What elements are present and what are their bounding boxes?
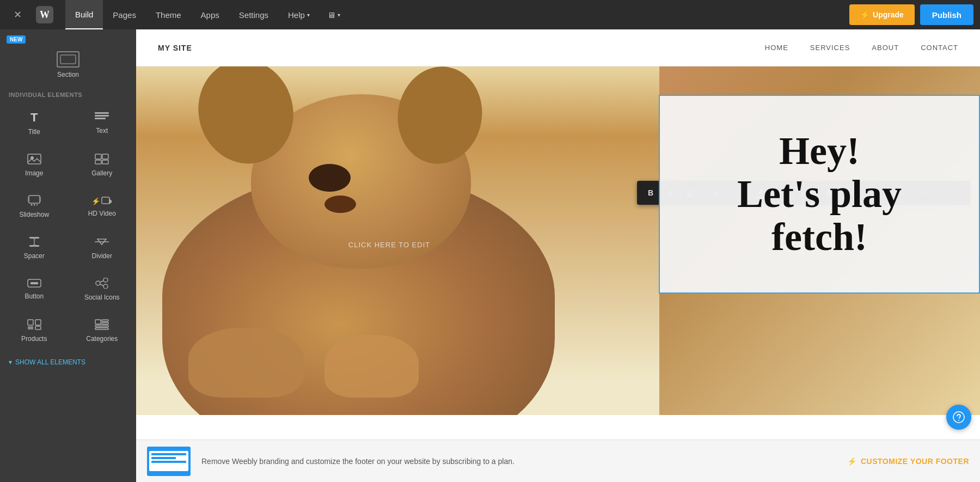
device-selector[interactable]: 🖥	[320, 0, 348, 29]
puppy-image-area	[136, 66, 659, 415]
help-fab-button[interactable]	[946, 405, 971, 430]
svg-rect-9	[102, 154, 108, 159]
svg-point-47	[958, 420, 959, 421]
footer-preview-line-1	[151, 453, 186, 455]
spacer-icon	[27, 236, 41, 249]
element-title-label: Title	[28, 128, 40, 136]
bolt-icon: ⚡	[860, 10, 869, 19]
footer-bolt-icon: ⚡	[847, 457, 857, 466]
section-icon	[57, 51, 79, 68]
nav-contact[interactable]: CONTACT	[921, 44, 958, 52]
categories-icon	[95, 319, 109, 332]
svg-rect-28	[30, 282, 38, 284]
tab-theme[interactable]: Theme	[146, 0, 191, 29]
hd-video-icon: ⚡	[91, 197, 112, 206]
element-social-icons-label: Social Icons	[84, 294, 120, 301]
element-spacer[interactable]: Spacer	[1, 228, 68, 269]
svg-rect-6	[28, 154, 41, 164]
svg-marker-19	[109, 199, 112, 204]
element-text[interactable]: Text	[69, 102, 136, 144]
element-divider[interactable]: Divider	[69, 228, 136, 269]
element-hd-video[interactable]: ⚡ HD Video	[69, 186, 136, 227]
svg-text:W: W	[40, 9, 50, 20]
hero-section[interactable]: B I U + − A ▾	[136, 66, 980, 415]
element-hd-video-label: HD Video	[88, 210, 116, 217]
canvas-area[interactable]: MY SITE HOME SERVICES ABOUT CONTACT	[136, 29, 980, 482]
element-text-label: Text	[96, 127, 108, 135]
svg-rect-40	[102, 322, 108, 324]
svg-rect-5	[95, 118, 106, 119]
top-nav-bar: ✕ W Build Pages Theme Apps Settings Help…	[0, 0, 980, 29]
element-slideshow[interactable]: Slideshow	[1, 186, 68, 227]
hero-headline[interactable]: Hey!Let's playfetch!	[726, 119, 912, 270]
element-products[interactable]: Products	[1, 310, 68, 351]
customize-footer-button[interactable]: ⚡ CUSTOMIZE YOUR FOOTER	[847, 457, 970, 466]
puppy-paw-right	[324, 335, 419, 398]
divider-icon	[95, 236, 109, 249]
social-icons-icon	[95, 278, 109, 290]
show-all-elements-button[interactable]: ▾ SHOW ALL ELEMENTS	[0, 352, 136, 373]
tab-settings[interactable]: Settings	[229, 0, 278, 29]
element-social-icons[interactable]: Social Icons	[69, 269, 136, 310]
close-button[interactable]: ✕	[7, 4, 28, 26]
footer-preview-thumbnail	[147, 447, 191, 476]
section-label: Section	[57, 71, 79, 78]
section-element[interactable]: Section	[0, 44, 136, 86]
footer-branding-banner: Remove Weebly branding and customize the…	[136, 440, 980, 482]
element-button[interactable]: Button	[1, 269, 68, 310]
nav-home[interactable]: HOME	[765, 44, 788, 52]
element-categories-label: Categories	[86, 335, 118, 343]
svg-rect-13	[28, 197, 29, 202]
gallery-icon	[95, 154, 109, 166]
weebly-logo: W	[33, 3, 57, 27]
tab-build[interactable]: Build	[65, 0, 103, 29]
element-button-label: Button	[24, 292, 44, 300]
site-header: MY SITE HOME SERVICES ABOUT CONTACT	[136, 29, 980, 66]
customize-footer-label: CUSTOMIZE YOUR FOOTER	[861, 457, 969, 466]
title-icon: T	[30, 111, 38, 125]
svg-point-30	[103, 278, 108, 282]
tab-pages[interactable]: Pages	[103, 0, 146, 29]
element-slideshow-label: Slideshow	[19, 211, 49, 218]
site-navigation: HOME SERVICES ABOUT CONTACT	[765, 44, 958, 52]
element-spacer-label: Spacer	[24, 252, 45, 260]
publish-button[interactable]: Publish	[920, 4, 973, 25]
left-panel: NEW Section INDIVIDUAL ELEMENTS T Title	[0, 29, 136, 482]
tab-help[interactable]: Help	[278, 0, 320, 29]
svg-point-15	[30, 204, 32, 206]
element-image[interactable]: Image	[1, 145, 68, 186]
svg-rect-2	[60, 55, 76, 64]
svg-line-33	[100, 284, 103, 286]
text-icon	[95, 112, 109, 124]
bold-button[interactable]: B	[641, 184, 660, 202]
upgrade-label: Upgrade	[873, 10, 904, 19]
device-icon: 🖥	[327, 10, 335, 20]
svg-line-32	[100, 281, 103, 283]
tab-apps[interactable]: Apps	[191, 0, 229, 29]
nav-services[interactable]: SERVICES	[810, 44, 850, 52]
puppy-eye	[309, 164, 351, 192]
site-logo: MY SITE	[158, 44, 192, 52]
footer-preview-line-3	[151, 461, 186, 463]
element-gallery[interactable]: Gallery	[69, 145, 136, 186]
upgrade-button[interactable]: ⚡ Upgrade	[849, 4, 915, 25]
svg-rect-10	[95, 160, 101, 164]
nav-tabs: Build Pages Theme Apps Settings Help	[65, 0, 320, 29]
main-layout: NEW Section INDIVIDUAL ELEMENTS T Title	[0, 29, 980, 482]
svg-point-31	[103, 284, 108, 289]
element-categories[interactable]: Categories	[69, 310, 136, 351]
svg-rect-4	[95, 115, 109, 117]
svg-rect-37	[35, 326, 41, 330]
products-icon	[27, 319, 41, 332]
nav-about[interactable]: ABOUT	[872, 44, 899, 52]
button-icon	[27, 279, 41, 289]
hero-text-edit-box[interactable]: Hey!Let's playfetch!	[659, 95, 980, 294]
svg-rect-39	[102, 320, 108, 321]
svg-point-46	[953, 412, 964, 423]
chevron-down-icon: ▾	[9, 358, 12, 366]
element-title[interactable]: T Title	[1, 102, 68, 144]
element-divider-label: Divider	[92, 252, 112, 260]
element-image-label: Image	[25, 169, 43, 177]
svg-point-17	[36, 204, 38, 206]
svg-point-29	[96, 281, 100, 285]
